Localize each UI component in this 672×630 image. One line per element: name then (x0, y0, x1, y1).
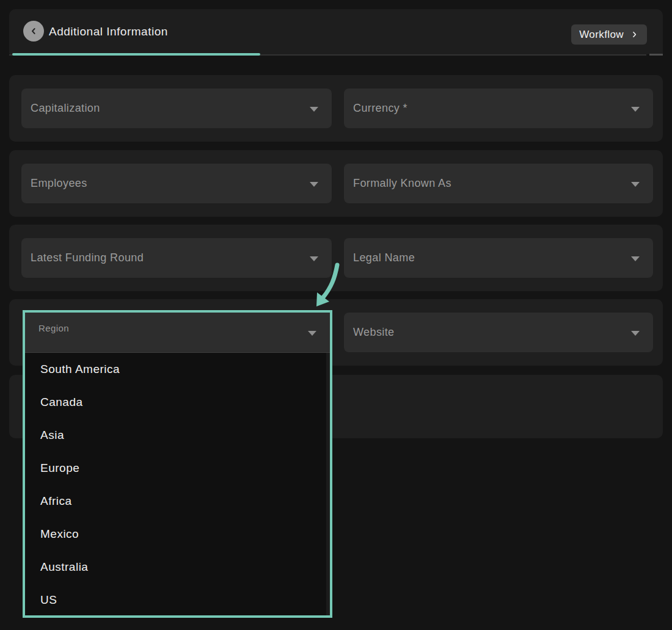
region-option[interactable]: Europe (25, 452, 330, 485)
select-website[interactable]: Website (344, 313, 653, 352)
workflow-button-label: Workflow (579, 29, 624, 41)
form-row: Capitalization Currency * (9, 75, 663, 142)
form-row: Latest Funding Round Legal Name (9, 225, 663, 291)
divider-end-segment (649, 54, 663, 56)
select-legal-name[interactable]: Legal Name (344, 238, 653, 278)
region-option[interactable]: Canada (25, 386, 330, 419)
field-label: Capitalization (31, 102, 100, 115)
region-option[interactable]: Asia (25, 419, 330, 452)
select-currency[interactable]: Currency * (344, 89, 653, 128)
region-option[interactable]: Mexico (25, 518, 330, 551)
field-label: Region (38, 323, 69, 333)
chevron-down-icon (310, 256, 318, 261)
form-row: Employees Formally Known As (9, 150, 663, 217)
chevron-down-icon (631, 331, 640, 336)
chevron-down-icon (310, 182, 318, 187)
select-formally-known-as[interactable]: Formally Known As (344, 164, 653, 203)
workflow-button[interactable]: Workflow (571, 24, 647, 45)
page-title: Additional Information (49, 9, 168, 54)
region-option[interactable]: US (25, 584, 330, 617)
field-label: Currency * (353, 102, 407, 115)
field-label: Formally Known As (353, 177, 451, 190)
select-region[interactable]: Region (25, 313, 330, 353)
additional-information-screen: Additional Information Workflow Capitali… (0, 0, 672, 630)
field-label: Latest Funding Round (31, 252, 144, 264)
chevron-down-icon (308, 331, 316, 336)
select-employees[interactable]: Employees (21, 164, 332, 203)
region-option[interactable]: Australia (25, 551, 330, 584)
header: Additional Information Workflow (9, 9, 663, 54)
field-label: Website (353, 326, 395, 339)
chevron-right-icon (630, 30, 639, 39)
chevron-down-icon (631, 107, 640, 112)
active-tab-underline (12, 53, 260, 56)
region-dropdown-open: Region South America Canada Asia Europe … (23, 310, 332, 618)
field-label: Legal Name (353, 252, 415, 264)
select-latest-funding-round[interactable]: Latest Funding Round (21, 238, 332, 278)
chevron-down-icon (631, 256, 640, 261)
chevron-down-icon (631, 182, 640, 187)
chevron-left-icon (29, 26, 38, 36)
region-option[interactable]: South America (25, 353, 330, 386)
region-option[interactable]: Africa (25, 485, 330, 518)
region-options-list: South America Canada Asia Europe Africa … (25, 353, 330, 617)
field-label: Employees (31, 177, 87, 190)
chevron-down-icon (310, 107, 318, 112)
select-capitalization[interactable]: Capitalization (21, 89, 332, 128)
scrollbar[interactable] (326, 353, 330, 617)
back-button[interactable] (23, 21, 44, 42)
